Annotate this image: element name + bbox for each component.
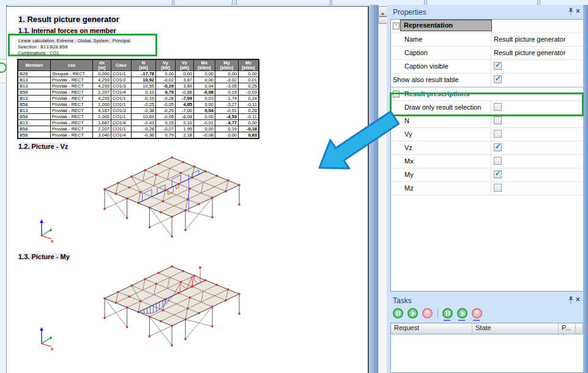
checkbox-n[interactable]	[494, 116, 502, 124]
properties-grid: RepresentationNameResult picture generat…	[390, 19, 584, 292]
property-label: Name	[404, 36, 422, 43]
checkbox-my[interactable]	[494, 170, 502, 178]
pin-icon[interactable]	[568, 8, 574, 16]
internal-forces-table: Membercssdx[m]CaseN[kN]Vy[kN]Vz[kN]Mx[kN…	[18, 59, 259, 138]
property-row-vy[interactable]: Vy	[391, 128, 583, 141]
table-row: B13Pruvlak - RECT4,293CO1/210,92-0,023,8…	[18, 77, 259, 83]
play-button[interactable]	[457, 308, 467, 318]
tasks-toolbar: ××	[393, 307, 486, 323]
property-row-my[interactable]: My	[391, 168, 583, 182]
toolbar-combobox-edge[interactable]	[174, 0, 233, 6]
axis-label-x: x	[51, 238, 54, 243]
column-header-mx: Mx[kNm]	[194, 60, 215, 71]
property-row-n[interactable]: N	[391, 115, 583, 128]
coordinate-axes-icon: x	[36, 325, 57, 351]
checkbox-caption-visible[interactable]	[494, 62, 502, 70]
task-column-header-p[interactable]: P...	[559, 323, 576, 334]
toolbar-combobox-edge[interactable]	[236, 0, 330, 6]
property-row-show-also-result-table[interactable]: Show also result table	[391, 73, 583, 87]
report-title: 1. Result picture generator	[18, 15, 120, 24]
task-column-header-request[interactable]: Request	[391, 323, 472, 334]
column-header-case: Case	[111, 60, 132, 71]
document-preview[interactable]: 1. Result picture generator 1.1. Interna…	[6, 6, 369, 373]
cancel-button[interactable]: ×	[422, 308, 433, 318]
coordinate-axes-icon: x	[36, 217, 57, 243]
annotation-box-selection	[8, 34, 157, 56]
table-row: B28Sloupek - RECT0,000CO1/1-17,780,000,0…	[18, 71, 259, 77]
table-row: B13Pruvlak - RECT4,293CO1/1-0,19-0,28-7,…	[18, 96, 259, 102]
properties-panel-title: Properties	[393, 8, 426, 17]
table-row: B58Pruvlak - RECT2,207CO1/40,100,79-0,86…	[18, 89, 259, 96]
cancel-button[interactable]: ×	[472, 308, 482, 318]
axis-label-x: x	[51, 346, 54, 351]
tasks-list[interactable]: RequestStateP...	[390, 323, 584, 373]
result-picture-my	[92, 260, 251, 347]
pause-button[interactable]	[442, 308, 453, 318]
document-scrollbar[interactable]	[378, 5, 387, 373]
property-row-vz[interactable]: Vz	[391, 141, 583, 155]
task-column-header-state[interactable]: State	[472, 323, 559, 334]
table-row: B58Pruvlak - RECT2,207CO1/1-0,28-0,071,9…	[18, 126, 259, 132]
checkbox-show-also-result-table[interactable]	[494, 75, 502, 83]
annotation-arrow	[309, 104, 407, 175]
annotation-box-draw-only	[390, 92, 584, 116]
table-row: B58Pruvlak - RECT1,000CO1/110,69-0,05-6,…	[18, 114, 259, 120]
column-header-dx: dx[m]	[93, 60, 111, 71]
column-header-member: Member	[18, 60, 51, 71]
group-header-label: Representation	[400, 20, 492, 31]
table-row: B13Pruvlak - RECT1,667CO1/4-0,430,152,10…	[18, 120, 259, 126]
table-row: B58Pruvlak - RECT1,000CO1/1-0,25-0,054,8…	[18, 102, 259, 108]
column-header-n: N[kN]	[132, 60, 156, 71]
tasks-close-icon[interactable]	[576, 296, 580, 303]
play-button[interactable]	[408, 308, 418, 318]
property-label: Show also result table	[393, 76, 459, 83]
task-column-header-item[interactable]	[576, 323, 583, 334]
property-value[interactable]: Result picture generator	[494, 36, 565, 43]
table-row: B13Pruvlak - RECT4,293CO1/310,55-0,293,8…	[18, 83, 259, 89]
column-header-mz: Mz[kNm]	[239, 60, 259, 71]
column-header-vy: Vy[kN]	[156, 60, 176, 71]
pin-icon[interactable]	[568, 296, 574, 304]
section-title-picture-my: 1.3. Picture - My	[18, 253, 70, 260]
column-header-vz: Vz[kN]	[176, 60, 194, 71]
column-header-my: My[kNm]	[215, 60, 239, 71]
toolbar-combobox-edge[interactable]	[0, 0, 173, 6]
property-row-mx[interactable]: Mx	[391, 155, 583, 168]
property-row-caption-visible[interactable]: Caption visible	[391, 60, 583, 73]
toolbar-separator	[437, 309, 438, 318]
property-row-mz[interactable]: Mz	[391, 182, 583, 195]
property-row-name[interactable]: NameResult picture generator	[391, 33, 583, 47]
result-picture-vz	[92, 151, 251, 238]
pause-button[interactable]	[393, 308, 403, 318]
window-right-border	[583, 5, 588, 373]
checkbox-mx[interactable]	[494, 157, 502, 165]
collapse-minus-icon[interactable]	[393, 23, 400, 29]
column-header-css: css	[51, 60, 93, 71]
splitter-band	[369, 5, 378, 373]
table-row: B58Pruvlak - RECT3,040CO1/4-0,360,792,18…	[18, 132, 259, 138]
checkbox-vy[interactable]	[494, 130, 502, 138]
property-label: Mz	[404, 184, 414, 192]
checkbox-mz[interactable]	[494, 184, 502, 192]
properties-close-icon[interactable]	[576, 7, 580, 15]
scroll-up-button[interactable]	[378, 6, 387, 17]
tasks-panel-title: Tasks	[393, 296, 412, 305]
property-value[interactable]: Result picture generator	[494, 49, 565, 56]
property-label: Caption	[404, 49, 428, 56]
scrollbar-thumb[interactable]	[378, 17, 387, 24]
property-row-caption[interactable]: CaptionResult picture generator	[391, 47, 583, 60]
property-row-representation[interactable]: Representation	[391, 20, 583, 33]
section-title-picture-vz: 1.2. Picture - Vz	[18, 143, 69, 150]
table-row: B13Pruvlak - RECT4,167CO1/3-0,38-0,29-7,…	[18, 108, 259, 114]
checkbox-vz[interactable]	[494, 143, 502, 151]
property-label: Caption visible	[404, 62, 448, 70]
